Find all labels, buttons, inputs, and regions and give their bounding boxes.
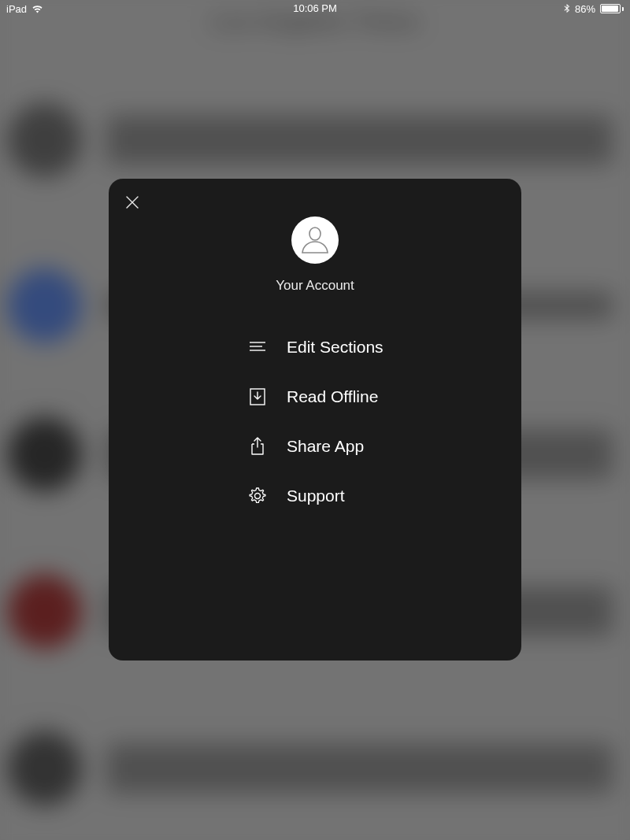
- battery-icon: [600, 4, 624, 13]
- account-modal: Your Account Edit Sections Read Offline: [109, 179, 521, 661]
- download-icon: [249, 388, 266, 405]
- account-label: Your Account: [276, 278, 354, 294]
- status-time: 10:06 PM: [293, 2, 337, 14]
- battery-fill: [602, 6, 618, 12]
- lines-icon: [249, 341, 266, 353]
- menu-item-share-app[interactable]: Share App: [249, 421, 521, 471]
- menu-item-support[interactable]: Support: [249, 471, 521, 520]
- device-label: iPad: [6, 3, 27, 15]
- status-bar: iPad 10:06 PM 86%: [0, 0, 630, 17]
- wifi-icon: [32, 5, 43, 13]
- bluetooth-icon: [564, 4, 570, 14]
- menu-item-edit-sections[interactable]: Edit Sections: [249, 322, 521, 372]
- menu-item-label: Share App: [287, 437, 364, 456]
- menu-item-label: Support: [287, 487, 345, 505]
- battery-percent: 86%: [575, 3, 595, 15]
- menu-item-label: Edit Sections: [287, 338, 384, 357]
- close-button[interactable]: [123, 193, 142, 212]
- menu-item-label: Read Offline: [287, 387, 378, 406]
- gear-icon: [249, 487, 266, 505]
- modal-menu: Edit Sections Read Offline Share App: [109, 322, 521, 520]
- menu-item-read-offline[interactable]: Read Offline: [249, 372, 521, 421]
- account-section: Your Account: [109, 216, 521, 294]
- person-icon: [298, 221, 332, 259]
- avatar[interactable]: [291, 216, 339, 264]
- share-icon: [249, 437, 266, 456]
